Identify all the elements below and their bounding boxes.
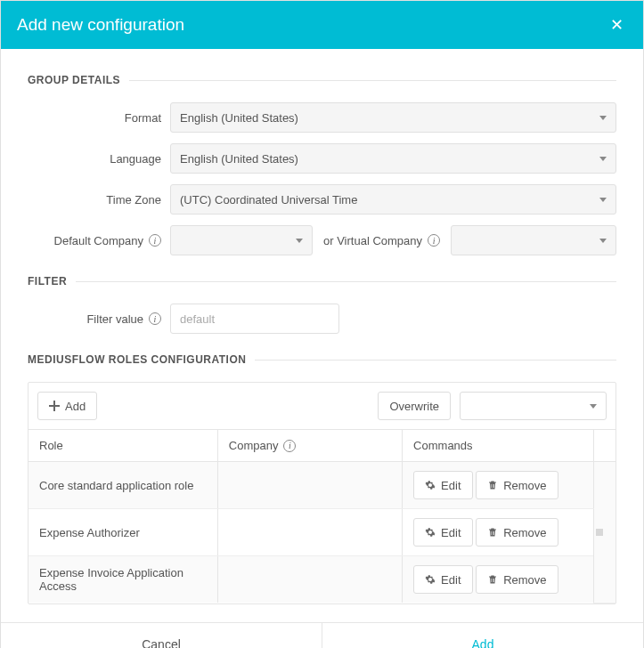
cell-company <box>217 556 402 603</box>
roles-table-body: Core standard application role Edit Remo… <box>29 462 615 603</box>
section-title: FILTER <box>28 275 67 288</box>
scrollbar[interactable] <box>594 462 616 603</box>
row-language: Language English (United States) <box>28 143 616 174</box>
caret-down-icon <box>590 404 597 409</box>
close-icon: ✕ <box>610 16 624 34</box>
roles-container: Add Overwrite Role <box>28 382 616 604</box>
select-language[interactable]: English (United States) <box>170 143 616 174</box>
add-button[interactable]: Add <box>322 623 643 649</box>
edit-button[interactable]: Edit <box>413 518 472 547</box>
modal-footer: Cancel Add <box>1 622 643 649</box>
label-language: Language <box>28 152 161 166</box>
info-icon[interactable]: i <box>149 234 161 247</box>
cancel-button[interactable]: Cancel <box>1 623 322 649</box>
col-commands-header: Commands <box>403 430 594 462</box>
gear-icon <box>425 574 436 585</box>
add-role-button[interactable]: Add <box>37 392 97 420</box>
gear-icon <box>425 480 436 490</box>
cell-commands: Edit Remove <box>403 509 594 556</box>
table-row: Core standard application role Edit Remo… <box>29 462 615 509</box>
scroll-thumb[interactable] <box>596 529 603 536</box>
caret-down-icon <box>599 157 607 161</box>
label-timezone: Time Zone <box>28 193 161 207</box>
caret-down-icon <box>599 198 607 202</box>
info-icon[interactable]: i <box>428 234 440 247</box>
input-filter-value[interactable] <box>170 304 339 334</box>
label-default-company: Default Company i <box>28 234 161 247</box>
roles-toolbar: Add Overwrite <box>29 383 615 429</box>
select-virtual-company[interactable] <box>451 225 616 255</box>
info-icon[interactable]: i <box>149 312 161 325</box>
close-button[interactable]: ✕ <box>607 15 627 35</box>
scrollbar-track <box>594 430 616 462</box>
section-rule <box>76 281 616 282</box>
select-timezone-value: (UTC) Coordinated Universal Time <box>180 193 357 207</box>
section-header-group-details: GROUP DETAILS <box>28 74 616 86</box>
edit-button[interactable]: Edit <box>413 565 472 594</box>
caret-down-icon <box>599 116 607 120</box>
trash-icon <box>487 480 498 490</box>
modal-header: Add new configuration ✕ <box>1 1 643 49</box>
plus-icon <box>49 401 60 411</box>
select-overwrite[interactable] <box>460 392 607 420</box>
row-timezone: Time Zone (UTC) Coordinated Universal Ti… <box>28 184 616 215</box>
cell-commands: Edit Remove <box>403 462 594 509</box>
row-company: Default Company i or Virtual Company i <box>28 225 616 255</box>
cell-role: Core standard application role <box>29 462 217 509</box>
caret-down-icon <box>296 239 303 243</box>
label-filter-value: Filter value i <box>28 312 161 326</box>
cell-company <box>217 462 402 509</box>
trash-icon <box>487 527 498 538</box>
row-filter-value: Filter value i <box>28 304 616 334</box>
col-role-header[interactable]: Role <box>29 430 217 462</box>
section-rule <box>255 360 616 360</box>
edit-button[interactable]: Edit <box>413 471 472 499</box>
col-company-header[interactable]: Company i <box>217 430 402 462</box>
section-header-filter: FILTER <box>28 275 616 288</box>
cell-commands: Edit Remove <box>403 556 594 603</box>
cell-role: Expense Invoice Application Access <box>29 556 217 603</box>
remove-button[interactable]: Remove <box>476 518 558 547</box>
section-header-roles: MEDIUSFLOW ROLES CONFIGURATION <box>28 353 616 366</box>
remove-button[interactable]: Remove <box>476 471 558 499</box>
gear-icon <box>425 527 436 538</box>
label-or-virtual-company: or Virtual Company i <box>322 234 442 247</box>
table-header-row: Role Company i Commands <box>29 430 615 462</box>
label-format: Format <box>28 111 161 125</box>
table-row: Expense Authorizer Edit Remove <box>29 509 615 556</box>
select-language-value: English (United States) <box>180 152 298 166</box>
caret-down-icon <box>599 239 607 243</box>
select-default-company[interactable] <box>170 225 313 255</box>
select-format[interactable]: English (United States) <box>170 102 616 133</box>
table-row: Expense Invoice Application Access Edit … <box>29 556 615 603</box>
remove-button[interactable]: Remove <box>476 565 558 594</box>
cell-company <box>217 509 402 556</box>
cell-role: Expense Authorizer <box>29 509 217 556</box>
row-format: Format English (United States) <box>28 102 616 133</box>
modal-add-configuration: Add new configuration ✕ GROUP DETAILS Fo… <box>0 0 644 648</box>
trash-icon <box>487 574 498 585</box>
section-rule <box>129 80 616 81</box>
overwrite-button[interactable]: Overwrite <box>378 392 451 420</box>
select-format-value: English (United States) <box>180 111 298 125</box>
select-timezone[interactable]: (UTC) Coordinated Universal Time <box>170 184 616 215</box>
roles-table: Role Company i Commands <box>29 429 615 603</box>
section-title: GROUP DETAILS <box>28 74 120 86</box>
info-icon[interactable]: i <box>283 440 296 452</box>
section-title: MEDIUSFLOW ROLES CONFIGURATION <box>28 353 246 366</box>
modal-title: Add new configuration <box>17 15 184 35</box>
modal-body: GROUP DETAILS Format English (United Sta… <box>1 49 643 622</box>
